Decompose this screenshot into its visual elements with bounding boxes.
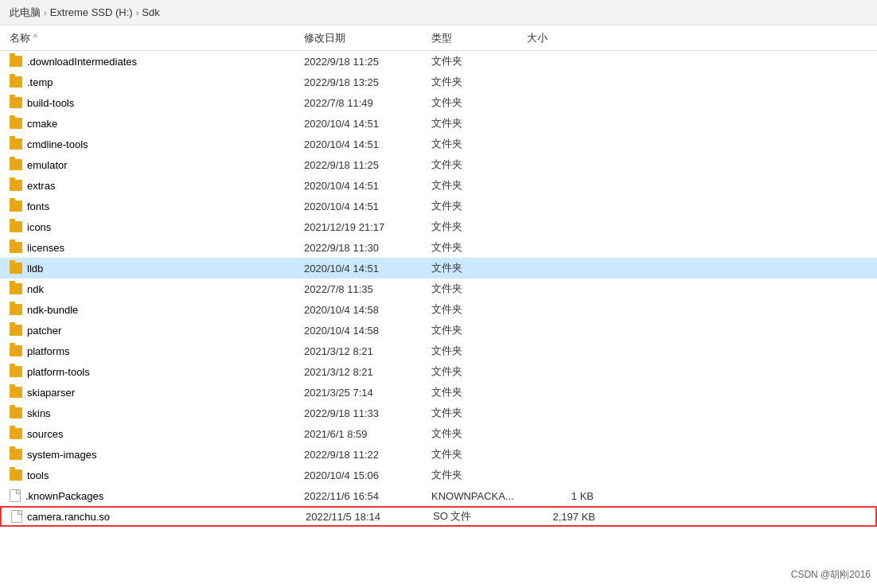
file-type: 文件夹 [431, 220, 527, 234]
file-type: 文件夹 [431, 137, 527, 151]
file-name-label: .downloadIntermediates [27, 56, 137, 68]
folder-icon [10, 449, 22, 460]
file-size: 1 KB [527, 490, 606, 502]
breadcrumb-sdk[interactable]: Sdk [142, 6, 159, 18]
breadcrumb-pc[interactable]: 此电脑 [10, 6, 41, 20]
file-name-cell: .temp [10, 76, 304, 88]
table-row[interactable]: system-images2022/9/18 11:22文件夹 [0, 444, 877, 465]
file-name-cell: platform-tools [10, 366, 304, 378]
table-row[interactable]: .downloadIntermediates2022/9/18 11:25文件夹 [0, 51, 877, 72]
file-icon [10, 489, 21, 502]
file-name-cell: skiaparser [10, 387, 304, 399]
file-name-label: camera.ranchu.so [27, 511, 110, 523]
table-row[interactable]: tools2020/10/4 15:06文件夹 [0, 465, 877, 485]
folder-icon [10, 201, 22, 212]
breadcrumb: 此电脑 › Extreme SSD (H:) › Sdk [0, 0, 877, 25]
table-row[interactable]: lldb2020/10/4 14:51文件夹 [0, 258, 877, 278]
file-type: 文件夹 [431, 447, 527, 461]
folder-icon [10, 283, 22, 294]
table-body: .downloadIntermediates2022/9/18 11:25文件夹… [0, 51, 877, 588]
file-name-label: cmdline-tools [27, 138, 88, 150]
col-header-type[interactable]: 类型 [431, 31, 527, 45]
table-row[interactable]: platforms2021/3/12 8:21文件夹 [0, 341, 877, 361]
table-row[interactable]: licenses2022/9/18 11:30文件夹 [0, 237, 877, 258]
file-date: 2020/10/4 14:58 [304, 325, 431, 337]
col-name-label: 名称 [10, 31, 30, 45]
folder-icon [10, 428, 22, 439]
table-row[interactable]: build-tools2022/7/8 11:49文件夹 [0, 92, 877, 113]
table-row[interactable]: cmake2020/10/4 14:51文件夹 [0, 113, 877, 134]
file-name-label: skiaparser [27, 387, 75, 399]
table-row[interactable]: camera.ranchu.so2022/11/5 18:14SO 文件2,19… [0, 506, 877, 527]
file-type: 文件夹 [431, 426, 527, 441]
file-date: 2022/11/5 18:14 [306, 511, 433, 523]
folder-icon [10, 469, 22, 481]
file-date: 2020/10/4 14:51 [304, 138, 431, 150]
file-date: 2020/10/4 14:51 [304, 180, 431, 192]
file-type: 文件夹 [431, 158, 527, 172]
table-row[interactable]: .temp2022/9/18 13:25文件夹 [0, 72, 877, 92]
file-name-label: tools [27, 469, 49, 481]
table-row[interactable]: cmdline-tools2020/10/4 14:51文件夹 [0, 134, 877, 154]
table-row[interactable]: skins2022/9/18 11:33文件夹 [0, 403, 877, 423]
file-name-label: .knownPackages [25, 490, 103, 502]
file-type: 文件夹 [431, 240, 527, 255]
table-row[interactable]: platform-tools2021/3/12 8:21文件夹 [0, 361, 877, 382]
file-type: 文件夹 [431, 261, 527, 275]
file-name-cell: tools [10, 469, 304, 481]
file-explorer: 名称 ^ 修改日期 类型 大小 .downloadIntermediates20… [0, 25, 877, 588]
file-date: 2022/9/18 11:25 [304, 159, 431, 171]
table-row[interactable]: emulator2022/9/18 11:25文件夹 [0, 154, 877, 175]
file-type: 文件夹 [431, 385, 527, 399]
table-row[interactable]: ndk-bundle2020/10/4 14:58文件夹 [0, 299, 877, 320]
file-name-cell: emulator [10, 159, 304, 171]
file-name-cell: skins [10, 407, 304, 419]
file-name-label: emulator [27, 159, 68, 171]
table-row[interactable]: skiaparser2021/3/25 7:14文件夹 [0, 382, 877, 403]
table-row[interactable]: .knownPackages2022/11/6 16:54KNOWNPACKA.… [0, 485, 877, 506]
file-name-cell: extras [10, 180, 304, 192]
file-date: 2021/12/19 21:17 [304, 221, 431, 233]
folder-icon [10, 366, 22, 377]
file-name-cell: camera.ranchu.so [11, 510, 306, 523]
table-row[interactable]: patcher2020/10/4 14:58文件夹 [0, 320, 877, 341]
file-type: 文件夹 [431, 178, 527, 193]
file-name-label: platforms [27, 345, 69, 357]
table-row[interactable]: fonts2020/10/4 14:51文件夹 [0, 196, 877, 216]
file-name-label: skins [27, 407, 51, 419]
file-date: 2021/3/25 7:14 [304, 387, 431, 399]
folder-icon [10, 263, 22, 274]
file-name-label: icons [27, 221, 51, 233]
file-type: SO 文件 [433, 509, 528, 524]
table-row[interactable]: icons2021/12/19 21:17文件夹 [0, 216, 877, 237]
file-date: 2020/10/4 14:58 [304, 304, 431, 316]
file-date: 2022/9/18 11:30 [304, 242, 431, 254]
file-name-label: lldb [27, 263, 43, 275]
breadcrumb-drive[interactable]: Extreme SSD (H:) [50, 6, 133, 18]
folder-icon [10, 221, 22, 232]
file-name-cell: cmdline-tools [10, 138, 304, 150]
file-type: 文件夹 [431, 199, 527, 213]
file-type: 文件夹 [431, 468, 527, 482]
file-date: 2022/7/8 11:49 [304, 97, 431, 109]
file-name-label: sources [27, 428, 64, 440]
folder-icon [10, 242, 22, 253]
file-date: 2021/3/12 8:21 [304, 345, 431, 357]
table-row[interactable]: ndk2022/7/8 11:35文件夹 [0, 278, 877, 299]
table-row[interactable]: sources2021/6/1 8:59文件夹 [0, 423, 877, 444]
folder-icon [10, 97, 22, 108]
file-name-label: build-tools [27, 97, 74, 109]
file-name-label: ndk [27, 283, 44, 295]
file-date: 2021/3/12 8:21 [304, 366, 431, 378]
col-header-size[interactable]: 大小 [527, 31, 606, 45]
table-row[interactable]: extras2020/10/4 14:51文件夹 [0, 175, 877, 196]
file-type: 文件夹 [431, 95, 527, 110]
file-date: 2022/11/6 16:54 [304, 490, 431, 502]
col-header-date[interactable]: 修改日期 [304, 31, 431, 45]
file-name-cell: ndk [10, 283, 304, 295]
file-date: 2020/10/4 15:06 [304, 469, 431, 481]
file-name-cell: sources [10, 428, 304, 440]
file-name-label: platform-tools [27, 366, 90, 378]
file-name-cell: cmake [10, 118, 304, 130]
col-header-name[interactable]: 名称 ^ [10, 31, 304, 45]
